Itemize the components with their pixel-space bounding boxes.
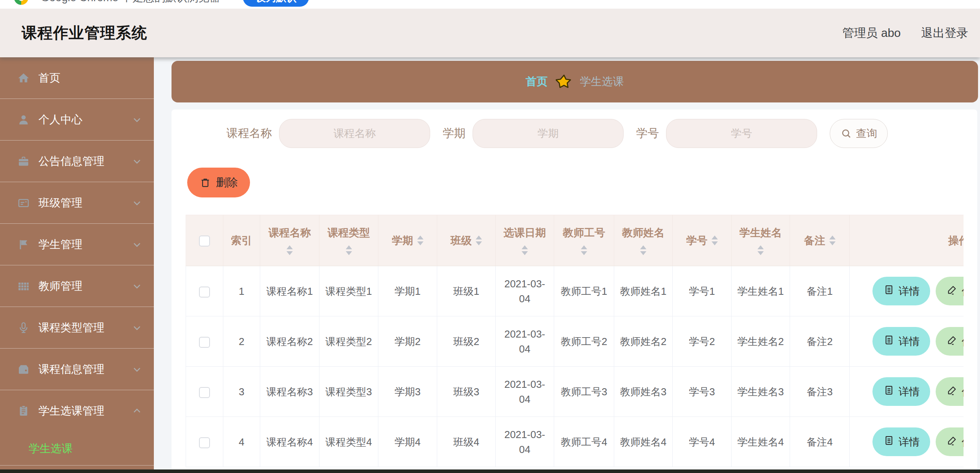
set-default-button[interactable]: 设为默认: [243, 0, 309, 7]
pencil-icon: [946, 384, 958, 399]
sidebar-item-6[interactable]: 教师管理: [0, 265, 154, 307]
sort-caret-icon[interactable]: [476, 236, 482, 245]
col-header-teacher_no[interactable]: 教师工号: [554, 215, 614, 266]
sidebar-item-5[interactable]: 学生管理: [0, 224, 154, 265]
table-row: 4课程名称4课程类型4学期4班级42021-03-04教师工号4教师姓名4学号4…: [186, 417, 964, 467]
row-actions-cell: 详情修改: [850, 417, 964, 467]
row-actions-cell: 详情修改: [850, 266, 964, 316]
data-table: 索引课程名称课程类型学期班级选课日期教师工号教师姓名学号学生姓名备注操作1课程名…: [186, 215, 964, 467]
row-checkbox[interactable]: [199, 337, 210, 348]
col-header-pick_date[interactable]: 选课日期: [496, 215, 554, 266]
logout-button[interactable]: 退出登录: [921, 25, 968, 41]
cell-term: 学期2: [378, 316, 437, 367]
sort-caret-icon[interactable]: [829, 236, 836, 245]
user-icon: [17, 113, 30, 126]
cell-teacher_name: 教师姓名1: [614, 266, 673, 316]
sort-caret-icon[interactable]: [712, 236, 718, 245]
cell-student_name: 学生姓名2: [732, 316, 790, 367]
cell-teacher_name: 教师姓名4: [614, 417, 673, 467]
cell-course_name: 课程名称3: [260, 367, 319, 417]
cell-student_name: 学生姓名4: [732, 417, 790, 467]
edit-button[interactable]: 修改: [936, 327, 964, 356]
col-header-clazz[interactable]: 班级: [437, 215, 496, 266]
col-header-teacher_name[interactable]: 教师姓名: [614, 215, 673, 266]
detail-button[interactable]: 详情: [872, 377, 930, 406]
sort-caret-icon[interactable]: [757, 245, 764, 255]
sidebar-item-4[interactable]: 班级管理: [0, 182, 154, 224]
filter-input-2[interactable]: [473, 119, 624, 148]
cell-course_name: 课程名称1: [260, 266, 319, 316]
col-header-course_type[interactable]: 课程类型: [319, 215, 378, 266]
col-header-index: 索引: [223, 215, 260, 266]
edit-button[interactable]: 修改: [936, 277, 964, 305]
cell-pick_date: 2021-03-04: [496, 266, 554, 316]
table-row: 2课程名称2课程类型2学期2班级22021-03-04教师工号2教师姓名2学号2…: [186, 316, 964, 367]
breadcrumb-home[interactable]: 首页: [526, 74, 548, 89]
sort-caret-icon[interactable]: [287, 245, 293, 255]
cell-index: 1: [223, 266, 260, 316]
sidebar-item-3[interactable]: 公告信息管理: [0, 141, 154, 182]
sort-caret-icon[interactable]: [417, 236, 423, 245]
cell-index: 4: [223, 417, 260, 467]
sort-caret-icon[interactable]: [640, 245, 646, 255]
row-checkbox[interactable]: [199, 287, 210, 298]
sort-caret-icon[interactable]: [346, 245, 352, 255]
cell-course_name: 课程名称4: [260, 417, 319, 467]
select-all-cell: [186, 215, 223, 266]
sidebar-item-label: 教师管理: [38, 279, 131, 294]
sidebar-item-1[interactable]: 首页: [0, 57, 154, 99]
filter-input-3[interactable]: [666, 119, 817, 148]
main-content: 首页 学生选课 课程名称学期学号 查询 删除 索引课程名称课程类型学期班级选课日…: [154, 57, 980, 473]
col-header-course_name[interactable]: 课程名称: [260, 215, 319, 266]
col-header-remark[interactable]: 备注: [790, 215, 850, 266]
sidebar-item-2[interactable]: 个人中心: [0, 99, 154, 141]
sidebar-item-9[interactable]: 学生选课管理: [0, 390, 154, 432]
search-button[interactable]: 查询: [830, 119, 888, 148]
cell-clazz: 班级3: [437, 367, 496, 417]
row-select-cell: [186, 316, 223, 367]
taskbar-edge: [0, 469, 980, 473]
sidebar-item-7[interactable]: 课程类型管理: [0, 307, 154, 349]
delete-button[interactable]: 删除: [187, 168, 250, 197]
cell-index: 2: [223, 316, 260, 367]
browser-infobar: Google Chrome 不是您的默认浏览器 设为默认: [0, 0, 980, 9]
detail-button[interactable]: 详情: [872, 427, 930, 456]
sidebar-item-8[interactable]: 课程信息管理: [0, 349, 154, 390]
filter-label-3: 学号: [636, 126, 659, 141]
row-checkbox[interactable]: [199, 387, 210, 398]
row-actions-cell: 详情修改: [850, 367, 964, 417]
detail-button[interactable]: 详情: [872, 327, 930, 356]
cell-teacher_no: 教师工号1: [554, 266, 614, 316]
col-header-student_no[interactable]: 学号: [673, 215, 732, 266]
filter-input-wrap-2: [473, 119, 624, 148]
filter-input-1[interactable]: [279, 119, 430, 148]
chevron-down-icon: [131, 114, 143, 126]
pencil-icon: [946, 284, 958, 298]
trash-icon: [199, 177, 211, 188]
cell-course_type: 课程类型1: [319, 266, 378, 316]
star-icon: [556, 73, 572, 90]
document-icon: [883, 334, 895, 349]
briefcase-icon: [17, 155, 30, 168]
chevron-down-icon: [131, 322, 143, 334]
edit-button[interactable]: 修改: [936, 377, 964, 406]
col-header-student_name[interactable]: 学生姓名: [732, 215, 790, 266]
sort-caret-icon[interactable]: [522, 245, 528, 255]
microphone-icon: [17, 321, 30, 334]
edit-button[interactable]: 修改: [936, 427, 964, 456]
sidebar-subitem-1[interactable]: 学生选课: [0, 432, 154, 465]
sort-caret-icon[interactable]: [581, 245, 587, 255]
row-select-cell: [186, 266, 223, 316]
col-header-term[interactable]: 学期: [378, 215, 437, 266]
detail-button[interactable]: 详情: [872, 277, 930, 305]
cell-term: 学期1: [378, 266, 437, 316]
select-all-checkbox[interactable]: [199, 236, 210, 247]
row-select-cell: [186, 417, 223, 467]
current-user: 管理员 abo: [843, 25, 901, 41]
document-icon: [883, 435, 895, 449]
row-checkbox[interactable]: [199, 437, 210, 448]
chevron-up-icon: [131, 405, 143, 417]
document-icon: [883, 384, 895, 399]
cell-student_no: 学号2: [673, 316, 732, 367]
cell-teacher_name: 教师姓名3: [614, 367, 673, 417]
